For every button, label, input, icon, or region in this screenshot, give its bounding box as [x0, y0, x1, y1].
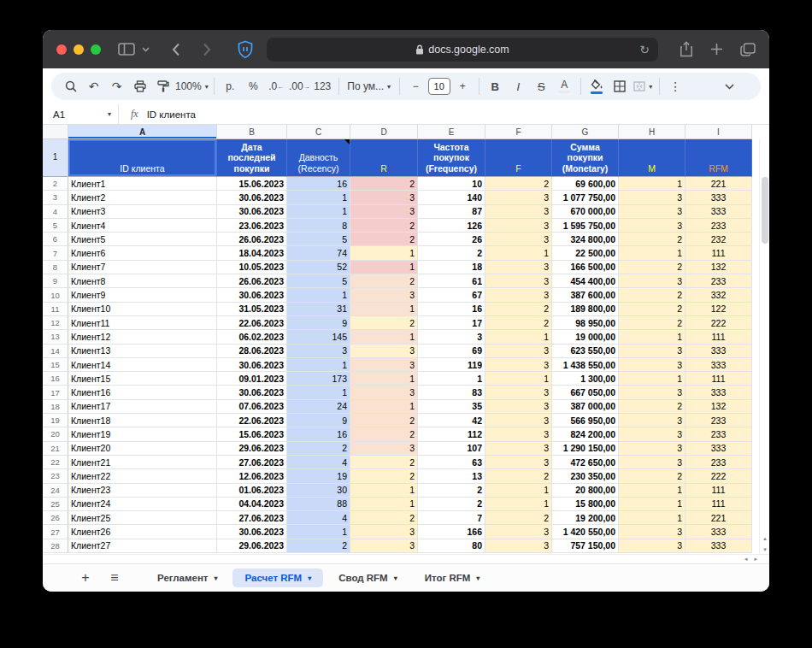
more-toolbar-button[interactable]: ⋮ — [665, 75, 686, 97]
cell[interactable]: 2 — [418, 498, 485, 511]
cell[interactable]: 3 — [619, 539, 685, 553]
cell[interactable]: 757 150,00 — [552, 539, 619, 553]
cell[interactable]: 233 — [685, 427, 752, 441]
cell[interactable]: Клиент20 — [68, 442, 217, 456]
row-header[interactable]: 2 — [43, 177, 68, 191]
text-color-button[interactable]: A — [554, 75, 575, 97]
print-icon[interactable] — [129, 75, 150, 97]
scroll-up-icon[interactable]: ▴ — [763, 535, 767, 541]
cell[interactable]: 61 — [418, 274, 485, 288]
vertical-scrollbar-thumb[interactable] — [762, 177, 768, 244]
sheet-tab-Расчет RFM[interactable]: Расчет RFM▾ — [232, 568, 323, 587]
cell[interactable]: 3 — [485, 525, 552, 539]
cell[interactable]: 8 — [287, 219, 350, 233]
cell[interactable]: 2 — [350, 177, 418, 191]
cell[interactable]: 2 — [350, 316, 418, 330]
cell[interactable]: Клиент25 — [68, 511, 217, 525]
cell[interactable]: 88 — [287, 498, 350, 511]
cell[interactable]: 69 — [418, 345, 485, 358]
cell[interactable]: 221 — [685, 511, 752, 525]
minimize-window-button[interactable] — [74, 44, 84, 55]
format-currency-button[interactable]: р. — [220, 75, 241, 97]
cell[interactable]: Клиент1 — [68, 177, 217, 191]
row-header[interactable]: 25 — [43, 498, 68, 511]
scroll-right-icon[interactable]: ▸ — [754, 556, 757, 563]
cell[interactable]: 1 — [287, 525, 350, 539]
tab-overview-icon[interactable] — [740, 43, 756, 56]
row-header[interactable]: 18 — [43, 400, 68, 414]
cell[interactable]: 10.05.2023 — [217, 261, 287, 274]
cell-I1[interactable]: RFM — [685, 139, 752, 177]
column-header-B[interactable]: B — [217, 125, 287, 139]
address-bar[interactable]: docs.google.com ↻ — [266, 37, 659, 62]
row-header[interactable]: 26 — [43, 511, 68, 525]
row-header[interactable]: 15 — [43, 358, 68, 372]
cell[interactable]: 3 — [485, 414, 552, 427]
cell[interactable]: 3 — [418, 330, 485, 344]
cell[interactable]: 16 — [418, 303, 485, 316]
cell[interactable]: 1 — [287, 358, 350, 372]
column-header-C[interactable]: C — [287, 125, 350, 139]
cell[interactable]: 126 — [418, 219, 485, 233]
cell[interactable]: 387 600,00 — [552, 288, 619, 302]
cell[interactable]: 387 000,00 — [552, 400, 619, 414]
cell[interactable]: Клиент10 — [68, 303, 217, 316]
cell[interactable]: 2 — [287, 539, 350, 553]
cell[interactable]: 18.04.2023 — [217, 246, 287, 260]
cell[interactable]: 3 — [619, 442, 685, 456]
paint-format-icon[interactable] — [152, 75, 174, 97]
cell[interactable]: Клиент13 — [68, 345, 217, 358]
cell[interactable]: 16 — [287, 427, 350, 441]
cell[interactable]: 1 — [287, 205, 350, 219]
cell[interactable]: 2 — [485, 177, 552, 191]
cell[interactable]: Клиент14 — [68, 358, 217, 372]
cell[interactable]: 233 — [685, 274, 752, 288]
column-header-F[interactable]: F — [485, 125, 552, 139]
cell[interactable]: 28.06.2023 — [217, 345, 287, 358]
cell[interactable]: Клиент15 — [68, 372, 217, 386]
format-percent-button[interactable]: % — [243, 75, 264, 97]
cell[interactable]: 140 — [418, 191, 485, 204]
add-sheet-button[interactable]: + — [74, 570, 97, 586]
cell[interactable]: 667 050,00 — [552, 386, 619, 399]
cell[interactable]: 233 — [685, 414, 752, 427]
cell-F1[interactable]: F — [485, 139, 552, 177]
cell[interactable]: 3 — [619, 274, 685, 288]
sheet-tab-menu-icon[interactable]: ▾ — [394, 574, 397, 582]
cell-D1[interactable]: R — [350, 139, 418, 177]
cell[interactable]: 2 — [619, 400, 685, 414]
cell[interactable]: 2 — [350, 233, 418, 246]
cell[interactable]: 7 — [418, 511, 485, 525]
formula-input[interactable]: ID клиента — [147, 109, 196, 120]
cell[interactable]: 22.06.2023 — [217, 316, 287, 330]
cell[interactable]: 472 650,00 — [552, 456, 619, 469]
cell[interactable]: 132 — [685, 400, 752, 414]
cell[interactable]: 2 — [619, 316, 685, 330]
cell[interactable]: 2 — [485, 303, 552, 316]
name-box-dropdown-icon[interactable]: ▾ — [108, 110, 111, 118]
cell[interactable]: 63 — [418, 456, 485, 469]
cell[interactable]: 26.06.2023 — [217, 233, 287, 246]
cell[interactable]: 3 — [350, 191, 418, 204]
cell[interactable]: 2 — [485, 316, 552, 330]
cell[interactable]: 26 — [418, 233, 485, 246]
sidebar-chevron-icon[interactable] — [142, 47, 150, 52]
cell[interactable]: 132 — [685, 261, 752, 274]
cell[interactable]: 145 — [287, 330, 350, 344]
cell[interactable]: 1 — [619, 372, 685, 386]
cell[interactable]: 1 300,00 — [552, 372, 619, 386]
cell[interactable]: 23.06.2023 — [217, 219, 287, 233]
cell[interactable]: 3 — [350, 539, 418, 553]
cell[interactable]: 30.06.2023 — [217, 205, 287, 219]
cell[interactable]: 1 — [619, 498, 685, 511]
cell[interactable]: 1 — [350, 303, 418, 316]
cell[interactable]: 80 — [418, 539, 485, 553]
cell[interactable]: 3 — [619, 219, 685, 233]
cell[interactable]: 2 — [350, 469, 418, 483]
row-header[interactable]: 5 — [43, 219, 68, 233]
cell[interactable]: 3 — [485, 288, 552, 302]
cell[interactable]: Клиент16 — [68, 386, 217, 399]
cell[interactable]: 69 600,00 — [552, 177, 619, 191]
sheet-tab-menu-icon[interactable]: ▾ — [476, 574, 480, 582]
column-header-I[interactable]: I — [685, 125, 752, 139]
